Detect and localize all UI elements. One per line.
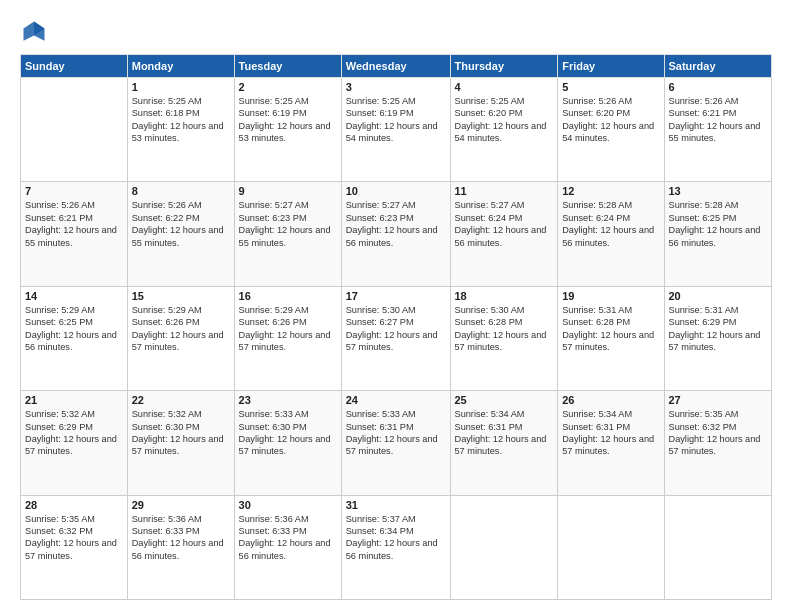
day-number: 29 [132, 499, 230, 511]
day-info: Sunrise: 5:33 AM Sunset: 6:31 PM Dayligh… [346, 408, 446, 458]
calendar-cell: 8Sunrise: 5:26 AM Sunset: 6:22 PM Daylig… [127, 182, 234, 286]
calendar-cell: 11Sunrise: 5:27 AM Sunset: 6:24 PM Dayli… [450, 182, 558, 286]
calendar-cell: 3Sunrise: 5:25 AM Sunset: 6:19 PM Daylig… [341, 78, 450, 182]
day-info: Sunrise: 5:32 AM Sunset: 6:29 PM Dayligh… [25, 408, 123, 458]
calendar-cell: 17Sunrise: 5:30 AM Sunset: 6:27 PM Dayli… [341, 286, 450, 390]
day-number: 19 [562, 290, 659, 302]
day-info: Sunrise: 5:25 AM Sunset: 6:18 PM Dayligh… [132, 95, 230, 145]
calendar-cell: 15Sunrise: 5:29 AM Sunset: 6:26 PM Dayli… [127, 286, 234, 390]
col-header-thursday: Thursday [450, 55, 558, 78]
day-number: 18 [455, 290, 554, 302]
day-info: Sunrise: 5:29 AM Sunset: 6:26 PM Dayligh… [239, 304, 337, 354]
day-number: 26 [562, 394, 659, 406]
day-number: 12 [562, 185, 659, 197]
calendar-cell: 10Sunrise: 5:27 AM Sunset: 6:23 PM Dayli… [341, 182, 450, 286]
day-info: Sunrise: 5:26 AM Sunset: 6:21 PM Dayligh… [669, 95, 768, 145]
day-number: 25 [455, 394, 554, 406]
day-info: Sunrise: 5:31 AM Sunset: 6:28 PM Dayligh… [562, 304, 659, 354]
day-info: Sunrise: 5:29 AM Sunset: 6:26 PM Dayligh… [132, 304, 230, 354]
calendar-cell: 6Sunrise: 5:26 AM Sunset: 6:21 PM Daylig… [664, 78, 772, 182]
day-number: 27 [669, 394, 768, 406]
day-number: 6 [669, 81, 768, 93]
col-header-sunday: Sunday [21, 55, 128, 78]
day-info: Sunrise: 5:25 AM Sunset: 6:19 PM Dayligh… [346, 95, 446, 145]
col-header-monday: Monday [127, 55, 234, 78]
day-info: Sunrise: 5:34 AM Sunset: 6:31 PM Dayligh… [562, 408, 659, 458]
calendar-week-row: 7Sunrise: 5:26 AM Sunset: 6:21 PM Daylig… [21, 182, 772, 286]
day-number: 9 [239, 185, 337, 197]
col-header-wednesday: Wednesday [341, 55, 450, 78]
day-info: Sunrise: 5:26 AM Sunset: 6:21 PM Dayligh… [25, 199, 123, 249]
calendar-cell: 9Sunrise: 5:27 AM Sunset: 6:23 PM Daylig… [234, 182, 341, 286]
day-info: Sunrise: 5:33 AM Sunset: 6:30 PM Dayligh… [239, 408, 337, 458]
day-number: 16 [239, 290, 337, 302]
day-info: Sunrise: 5:30 AM Sunset: 6:27 PM Dayligh… [346, 304, 446, 354]
calendar-cell [21, 78, 128, 182]
day-info: Sunrise: 5:32 AM Sunset: 6:30 PM Dayligh… [132, 408, 230, 458]
calendar-cell: 4Sunrise: 5:25 AM Sunset: 6:20 PM Daylig… [450, 78, 558, 182]
day-number: 23 [239, 394, 337, 406]
calendar-cell: 24Sunrise: 5:33 AM Sunset: 6:31 PM Dayli… [341, 391, 450, 495]
day-number: 10 [346, 185, 446, 197]
col-header-tuesday: Tuesday [234, 55, 341, 78]
calendar-cell: 7Sunrise: 5:26 AM Sunset: 6:21 PM Daylig… [21, 182, 128, 286]
calendar-cell: 28Sunrise: 5:35 AM Sunset: 6:32 PM Dayli… [21, 495, 128, 599]
day-number: 4 [455, 81, 554, 93]
day-number: 8 [132, 185, 230, 197]
calendar-cell: 2Sunrise: 5:25 AM Sunset: 6:19 PM Daylig… [234, 78, 341, 182]
day-number: 20 [669, 290, 768, 302]
day-info: Sunrise: 5:36 AM Sunset: 6:33 PM Dayligh… [239, 513, 337, 563]
day-info: Sunrise: 5:28 AM Sunset: 6:25 PM Dayligh… [669, 199, 768, 249]
day-info: Sunrise: 5:29 AM Sunset: 6:25 PM Dayligh… [25, 304, 123, 354]
day-number: 22 [132, 394, 230, 406]
day-number: 1 [132, 81, 230, 93]
col-header-friday: Friday [558, 55, 664, 78]
calendar-cell: 16Sunrise: 5:29 AM Sunset: 6:26 PM Dayli… [234, 286, 341, 390]
logo [20, 18, 52, 46]
calendar-cell [664, 495, 772, 599]
calendar-cell: 26Sunrise: 5:34 AM Sunset: 6:31 PM Dayli… [558, 391, 664, 495]
calendar-cell [450, 495, 558, 599]
calendar-cell: 5Sunrise: 5:26 AM Sunset: 6:20 PM Daylig… [558, 78, 664, 182]
day-info: Sunrise: 5:36 AM Sunset: 6:33 PM Dayligh… [132, 513, 230, 563]
day-number: 2 [239, 81, 337, 93]
day-info: Sunrise: 5:27 AM Sunset: 6:24 PM Dayligh… [455, 199, 554, 249]
day-info: Sunrise: 5:35 AM Sunset: 6:32 PM Dayligh… [669, 408, 768, 458]
calendar-week-row: 28Sunrise: 5:35 AM Sunset: 6:32 PM Dayli… [21, 495, 772, 599]
calendar-cell: 18Sunrise: 5:30 AM Sunset: 6:28 PM Dayli… [450, 286, 558, 390]
calendar-week-row: 14Sunrise: 5:29 AM Sunset: 6:25 PM Dayli… [21, 286, 772, 390]
day-info: Sunrise: 5:26 AM Sunset: 6:22 PM Dayligh… [132, 199, 230, 249]
day-info: Sunrise: 5:25 AM Sunset: 6:20 PM Dayligh… [455, 95, 554, 145]
col-header-saturday: Saturday [664, 55, 772, 78]
day-number: 13 [669, 185, 768, 197]
day-number: 31 [346, 499, 446, 511]
calendar-cell: 12Sunrise: 5:28 AM Sunset: 6:24 PM Dayli… [558, 182, 664, 286]
day-number: 7 [25, 185, 123, 197]
day-number: 17 [346, 290, 446, 302]
calendar-cell: 20Sunrise: 5:31 AM Sunset: 6:29 PM Dayli… [664, 286, 772, 390]
calendar-table: SundayMondayTuesdayWednesdayThursdayFrid… [20, 54, 772, 600]
day-info: Sunrise: 5:34 AM Sunset: 6:31 PM Dayligh… [455, 408, 554, 458]
calendar-cell: 27Sunrise: 5:35 AM Sunset: 6:32 PM Dayli… [664, 391, 772, 495]
day-info: Sunrise: 5:37 AM Sunset: 6:34 PM Dayligh… [346, 513, 446, 563]
calendar-cell: 29Sunrise: 5:36 AM Sunset: 6:33 PM Dayli… [127, 495, 234, 599]
day-info: Sunrise: 5:27 AM Sunset: 6:23 PM Dayligh… [239, 199, 337, 249]
day-number: 30 [239, 499, 337, 511]
calendar-cell [558, 495, 664, 599]
page: SundayMondayTuesdayWednesdayThursdayFrid… [0, 0, 792, 612]
day-info: Sunrise: 5:25 AM Sunset: 6:19 PM Dayligh… [239, 95, 337, 145]
day-number: 15 [132, 290, 230, 302]
day-number: 5 [562, 81, 659, 93]
calendar-week-row: 1Sunrise: 5:25 AM Sunset: 6:18 PM Daylig… [21, 78, 772, 182]
calendar-cell: 31Sunrise: 5:37 AM Sunset: 6:34 PM Dayli… [341, 495, 450, 599]
calendar-cell: 21Sunrise: 5:32 AM Sunset: 6:29 PM Dayli… [21, 391, 128, 495]
calendar-week-row: 21Sunrise: 5:32 AM Sunset: 6:29 PM Dayli… [21, 391, 772, 495]
day-info: Sunrise: 5:30 AM Sunset: 6:28 PM Dayligh… [455, 304, 554, 354]
calendar-cell: 30Sunrise: 5:36 AM Sunset: 6:33 PM Dayli… [234, 495, 341, 599]
calendar-cell: 23Sunrise: 5:33 AM Sunset: 6:30 PM Dayli… [234, 391, 341, 495]
calendar-cell: 13Sunrise: 5:28 AM Sunset: 6:25 PM Dayli… [664, 182, 772, 286]
calendar-cell: 14Sunrise: 5:29 AM Sunset: 6:25 PM Dayli… [21, 286, 128, 390]
calendar-cell: 1Sunrise: 5:25 AM Sunset: 6:18 PM Daylig… [127, 78, 234, 182]
day-info: Sunrise: 5:28 AM Sunset: 6:24 PM Dayligh… [562, 199, 659, 249]
day-info: Sunrise: 5:27 AM Sunset: 6:23 PM Dayligh… [346, 199, 446, 249]
